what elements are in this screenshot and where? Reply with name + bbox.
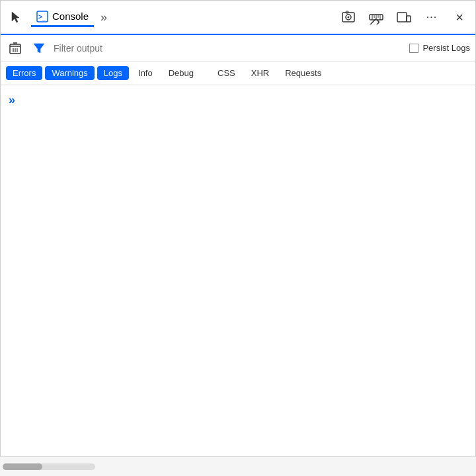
more-options-button[interactable]: ··· bbox=[421, 7, 442, 28]
svg-text:>_: >_ bbox=[38, 13, 46, 20]
close-button[interactable]: × bbox=[449, 7, 470, 28]
console-tab-label: Console bbox=[52, 11, 89, 22]
tab-css[interactable]: CSS bbox=[211, 66, 242, 80]
filter-icon-button[interactable] bbox=[30, 39, 48, 58]
tab-xhr[interactable]: XHR bbox=[245, 66, 276, 80]
console-tab[interactable]: >_ Console bbox=[31, 8, 94, 27]
tab-errors[interactable]: Errors bbox=[6, 66, 42, 80]
tab-logs[interactable]: Logs bbox=[97, 66, 129, 80]
responsive-button[interactable] bbox=[393, 7, 415, 28]
scrollbar-track[interactable] bbox=[3, 463, 95, 470]
ruler-button[interactable] bbox=[366, 7, 387, 28]
persist-logs-label: Persist Logs bbox=[422, 43, 470, 53]
tab-warnings[interactable]: Warnings bbox=[45, 66, 94, 80]
tab-debug[interactable]: Debug bbox=[162, 66, 200, 80]
more-tabs-button[interactable]: » bbox=[98, 8, 110, 27]
bottom-scrollbar bbox=[0, 456, 476, 476]
toolbar: >_ Console » bbox=[1, 1, 475, 35]
console-tab-icon: >_ bbox=[36, 11, 48, 22]
filter-tabs-row: Errors Warnings Logs Info Debug CSS XHR … bbox=[1, 61, 475, 85]
svg-rect-14 bbox=[407, 16, 411, 22]
persist-logs-area: Persist Logs bbox=[409, 43, 470, 53]
svg-marker-21 bbox=[34, 44, 44, 53]
toolbar-left: >_ Console » bbox=[6, 7, 334, 28]
svg-rect-13 bbox=[397, 13, 407, 22]
cursor-icon-button[interactable] bbox=[6, 7, 27, 28]
tab-requests[interactable]: Requests bbox=[278, 66, 328, 80]
tab-info[interactable]: Info bbox=[132, 66, 159, 80]
filter-row: Persist Logs bbox=[1, 35, 475, 61]
console-prompt[interactable]: » bbox=[9, 93, 15, 106]
clear-console-button[interactable] bbox=[6, 39, 24, 58]
persist-logs-checkbox[interactable] bbox=[409, 44, 418, 53]
screenshot-button[interactable] bbox=[338, 7, 359, 28]
console-output: » bbox=[1, 85, 475, 457]
filter-output-input[interactable] bbox=[54, 43, 404, 54]
scrollbar-thumb[interactable] bbox=[3, 463, 42, 470]
svg-point-4 bbox=[348, 17, 350, 19]
toolbar-right: ··· × bbox=[338, 7, 470, 28]
